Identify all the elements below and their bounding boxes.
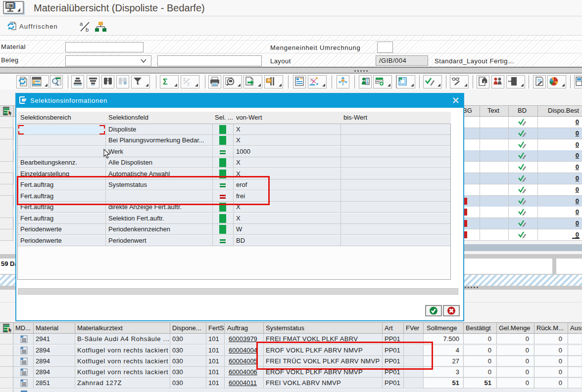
svg-text:Σ: Σ (183, 77, 186, 82)
svg-text:Σ: Σ (163, 78, 168, 86)
svg-text:Σ: Σ (187, 82, 190, 87)
svg-text:a: a (80, 21, 83, 27)
svg-text:b: b (86, 27, 89, 33)
